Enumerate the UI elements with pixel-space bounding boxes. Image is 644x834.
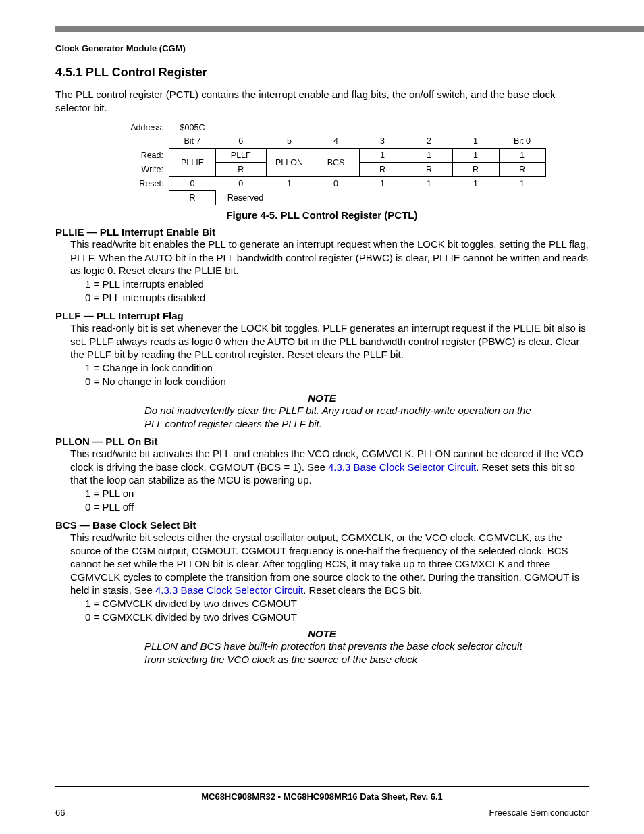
bit-header: Bit 7 (169, 134, 216, 149)
address-label: Address: (123, 121, 169, 134)
footer-rule (55, 786, 589, 787)
reg-cell-pllie: PLLIE (169, 149, 216, 177)
bit-header: Bit 0 (499, 134, 545, 149)
reg-cell-b2-read: 1 (406, 149, 452, 163)
section-name: PLL Control Register (86, 66, 207, 79)
reset-cell: 1 (452, 177, 499, 191)
figure-caption: Figure 4-5. PLL Control Register (PCTL) (55, 209, 589, 221)
reg-cell-pllf-read: PLLF (216, 149, 267, 163)
field-pllon-desc: This read/write bit activates the PLL an… (70, 447, 589, 487)
reset-cell: 0 (169, 177, 216, 191)
field-pllf-v0: 0 = No change in lock condition (85, 375, 589, 388)
reg-cell-bcs: BCS (313, 149, 359, 177)
field-pllie-desc: This read/write bit enables the PLL to g… (70, 238, 589, 278)
footer-vendor: Freescale Semiconductor (489, 808, 589, 818)
reg-cell-b0-read: 1 (499, 149, 545, 163)
field-pllon-v0: 0 = PLL off (85, 500, 589, 514)
reset-cell: 1 (499, 177, 545, 191)
bit-header: 2 (406, 134, 452, 149)
section-title: 4.5.1 PLL Control Register (55, 66, 589, 80)
field-pllon-title: PLLON — PLL On Bit (55, 436, 589, 447)
reg-cell-b0-write: R (499, 163, 545, 177)
footer-title: MC68HC908MR32 • MC68HC908MR16 Data Sheet… (0, 791, 644, 802)
reset-cell: 1 (266, 177, 313, 191)
field-pllie-v1: 1 = PLL interrupts enabled (85, 278, 589, 291)
address-value: $005C (169, 121, 216, 134)
field-pllie-title: PLLIE — PLL Interrupt Enable Bit (55, 226, 589, 238)
field-bcs-desc: This read/write bit selects either the c… (70, 531, 589, 597)
reg-cell-pllon: PLLON (266, 149, 313, 177)
link-base-clock-selector[interactable]: 4.3.3 Base Clock Selector Circuit (328, 461, 476, 473)
register-diagram: Address: $005C Bit 7 6 5 4 3 2 1 Bit 0 R… (123, 121, 589, 205)
bit-header: 3 (359, 134, 406, 149)
field-bcs-title: BCS — Base Clock Select Bit (55, 519, 589, 531)
bit-header: 6 (216, 134, 267, 149)
reg-cell-pllf-write: R (216, 163, 267, 177)
reg-cell-b3-read: 1 (359, 149, 406, 163)
note-title: NOTE (55, 628, 589, 640)
section-number: 4.5.1 (55, 66, 82, 79)
note-body: PLLON and BCS have built-in protection t… (144, 640, 541, 666)
reg-cell-b1-read: 1 (452, 149, 499, 163)
legend-text: = Reserved (216, 191, 267, 205)
note-title: NOTE (55, 392, 589, 404)
reg-cell-b1-write: R (452, 163, 499, 177)
bit-header: 4 (313, 134, 359, 149)
reset-label: Reset: (123, 177, 169, 191)
section-intro: The PLL control register (PCTL) contains… (55, 88, 589, 114)
field-pllf-v1: 1 = Change in lock condition (85, 361, 589, 375)
field-pllf-desc: This read-only bit is set whenever the L… (70, 321, 589, 361)
reset-cell: 1 (406, 177, 452, 191)
reset-cell: 0 (313, 177, 359, 191)
field-pllon-v1: 1 = PLL on (85, 487, 589, 500)
bit-header: 1 (452, 134, 499, 149)
reset-cell: 0 (216, 177, 267, 191)
page-number: 66 (55, 808, 65, 818)
top-rule (55, 26, 644, 32)
link-base-clock-selector[interactable]: 4.3.3 Base Clock Selector Circuit (155, 584, 303, 596)
field-pllf-title: PLLF — PLL Interrupt Flag (55, 310, 589, 321)
note-body: Do not inadvertently clear the PLLF bit.… (144, 404, 541, 430)
reset-cell: 1 (359, 177, 406, 191)
write-label: Write: (123, 163, 169, 177)
field-pllie-v0: 0 = PLL interrupts disabled (85, 291, 589, 305)
field-bcs-v1: 1 = CGMVCLK divided by two drives CGMOUT (85, 597, 589, 610)
reg-cell-b3-write: R (359, 163, 406, 177)
reg-cell-b2-write: R (406, 163, 452, 177)
chapter-header: Clock Generator Module (CGM) (55, 43, 589, 53)
field-bcs-v0: 0 = CGMXCLK divided by two drives CGMOUT (85, 610, 589, 624)
read-label: Read: (123, 149, 169, 163)
field-bcs-desc-post: . Reset clears the BCS bit. (303, 584, 422, 596)
legend-symbol: R (169, 191, 216, 205)
bit-header: 5 (266, 134, 313, 149)
